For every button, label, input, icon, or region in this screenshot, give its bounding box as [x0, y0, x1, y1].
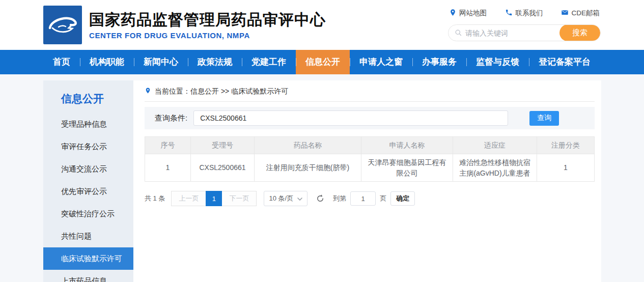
nav-item-party-building[interactable]: 党建工作 — [242, 50, 296, 74]
header-search: 搜索 — [448, 24, 601, 41]
col-header-applicant: 申请人名称 — [361, 137, 453, 154]
search-input[interactable] — [465, 29, 559, 37]
query-label: 查询条件: — [155, 114, 187, 123]
results-table: 序号 受理号 药品名称 申请人名称 适应症 注册分类 1 CXSL2500661… — [145, 136, 595, 182]
nav-item-applicant-window[interactable]: 申请人之窗 — [350, 50, 412, 74]
main-container: 信息公开 受理品种信息 审评任务公示 沟通交流公示 优先审评公示 突破性治疗公示… — [43, 80, 601, 282]
col-header-indication: 适应症 — [453, 137, 537, 154]
main-nav: 首页 机构职能 新闻中心 政策法规 党建工作 信息公开 申请人之窗 办事服务 监… — [0, 50, 644, 74]
contact-label: 联系我们 — [515, 9, 543, 18]
sidebar-item-accepted-varieties[interactable]: 受理品种信息 — [43, 113, 133, 135]
cde-mail-link[interactable]: CDE邮箱 — [561, 9, 600, 18]
location-pin-icon — [449, 9, 457, 18]
sidebar-item-marketed-drugs[interactable]: 上市药品信息 — [43, 270, 133, 282]
content-area: 当前位置：信息公开 >> 临床试验默示许可 查询条件: 查询 序号 受理号 药品… — [133, 80, 601, 282]
page-size-select[interactable]: 10 条/页 — [264, 191, 307, 206]
site-title: 国家药品监督管理局药品审评中心 — [89, 10, 326, 30]
breadcrumb-pin-icon — [145, 87, 151, 96]
brand: 国家药品监督管理局药品审评中心 CENTER FOR DRUG EVALUATI… — [43, 6, 326, 44]
sitemap-label: 网站地图 — [459, 9, 487, 18]
col-header-drug-name: 药品名称 — [255, 137, 361, 154]
nav-item-org-functions[interactable]: 机构职能 — [80, 50, 134, 74]
cde-mail-label: CDE邮箱 — [571, 9, 600, 18]
prev-page-button[interactable]: 上一页 — [171, 191, 206, 206]
next-page-button[interactable]: 下一页 — [221, 191, 257, 206]
query-panel: 查询条件: 查询 — [145, 107, 595, 129]
confirm-button[interactable]: 确定 — [390, 191, 415, 206]
page-size-value: 10 条/页 — [269, 194, 293, 203]
search-icon — [455, 29, 462, 37]
cell-seq: 1 — [145, 154, 191, 182]
page-number-button[interactable]: 1 — [206, 191, 222, 206]
cell-drug-name: 注射用间充质干细胞(脐带) — [255, 154, 361, 182]
header-links: 网站地图 联系我们 CDE邮箱 — [448, 9, 601, 18]
search-button[interactable]: 搜索 — [559, 24, 600, 41]
nav-item-home[interactable]: 首页 — [43, 50, 80, 74]
cell-acceptance-no: CXSL2500661 — [191, 154, 255, 182]
goto-page-label: 到第 — [333, 194, 346, 203]
pagination: 共 1 条 上一页 1 下一页 10 条/页 到第 页 确定 — [145, 191, 595, 206]
refresh-icon[interactable] — [316, 194, 325, 203]
page-unit-label: 页 — [380, 194, 386, 203]
phone-icon — [505, 9, 513, 18]
sitemap-link[interactable]: 网站地图 — [449, 9, 487, 18]
cell-applicant: 天津昂赛细胞基因工程有限公司 — [361, 154, 453, 182]
nav-item-news[interactable]: 新闻中心 — [134, 50, 188, 74]
table-row: 1 CXSL2500661 注射用间充质干细胞(脐带) 天津昂赛细胞基因工程有限… — [145, 154, 595, 182]
nav-item-supervision-feedback[interactable]: 监督与反馈 — [466, 50, 529, 74]
breadcrumb-text: 当前位置：信息公开 >> 临床试验默示许可 — [155, 87, 288, 96]
chevron-down-icon — [297, 195, 302, 203]
col-header-registration-class: 注册分类 — [537, 137, 595, 154]
table-header-row: 序号 受理号 药品名称 申请人名称 适应症 注册分类 — [145, 137, 595, 154]
site-header: 国家药品监督管理局药品审评中心 CENTER FOR DRUG EVALUATI… — [0, 0, 644, 50]
cde-logo — [43, 6, 82, 44]
col-header-seq: 序号 — [145, 137, 191, 154]
envelope-icon — [561, 9, 569, 18]
total-count-label: 共 1 条 — [145, 194, 165, 203]
sidebar-title: 信息公开 — [61, 92, 133, 106]
breadcrumb: 当前位置：信息公开 >> 临床试验默示许可 — [145, 87, 595, 102]
contact-link[interactable]: 联系我们 — [505, 9, 543, 18]
sidebar-item-priority-review[interactable]: 优先审评公示 — [43, 180, 133, 203]
cell-registration-class: 1 — [537, 154, 595, 182]
goto-page-input[interactable] — [350, 191, 376, 206]
nav-item-info-disclosure[interactable]: 信息公开 — [296, 50, 350, 74]
sidebar-item-common-issues[interactable]: 共性问题 — [43, 225, 133, 247]
sidebar-item-review-tasks[interactable]: 审评任务公示 — [43, 135, 133, 158]
col-header-acceptance-no: 受理号 — [191, 137, 255, 154]
site-subtitle: CENTER FOR DRUG EVALUATION, NMPA — [89, 31, 326, 40]
sidebar: 信息公开 受理品种信息 审评任务公示 沟通交流公示 优先审评公示 突破性治疗公示… — [43, 80, 133, 282]
query-input[interactable] — [193, 110, 508, 126]
nav-item-registration-platform[interactable]: 登记备案平台 — [529, 50, 600, 74]
nav-item-services[interactable]: 办事服务 — [412, 50, 466, 74]
sidebar-item-breakthrough-therapy[interactable]: 突破性治疗公示 — [43, 203, 133, 225]
sidebar-item-communication[interactable]: 沟通交流公示 — [43, 158, 133, 180]
sidebar-item-clinical-trial-implied-license[interactable]: 临床试验默示许可 — [43, 247, 133, 270]
nav-item-policy[interactable]: 政策法规 — [188, 50, 242, 74]
cell-indication: 难治性急性移植物抗宿主病(aGvHD)儿童患者 — [453, 154, 537, 182]
query-button[interactable]: 查询 — [529, 111, 559, 126]
